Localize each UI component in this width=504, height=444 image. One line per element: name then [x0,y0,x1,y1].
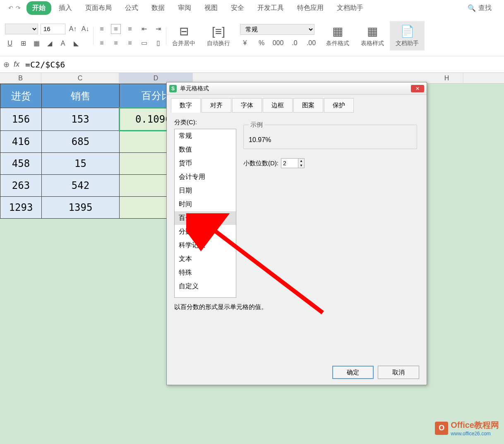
fill-color-icon[interactable]: ◢ [45,39,55,48]
zoom-icon[interactable]: ⊕ [3,60,10,69]
spinner-up-icon[interactable]: ▲ [298,159,304,163]
align-bottom-icon[interactable]: ≡ [125,24,135,34]
dialog-tab-protect[interactable]: 保护 [324,98,354,113]
ribbon-tabs: ↶ ↷ 开始 插入 页面布局 公式 数据 审阅 视图 安全 开发工具 特色应用 … [0,0,504,16]
tab-formula[interactable]: 公式 [119,1,144,15]
undo-icon[interactable]: ↶ [8,5,13,11]
search-icon: 🔍 [468,4,476,12]
doc-assistant-button[interactable]: 📄 文档助手 [390,21,425,51]
watermark: O Office教程网 www.office26.com [435,420,499,437]
category-item[interactable]: 数值 [175,143,236,157]
category-list[interactable]: 常规 数值 货币 会计专用 日期 时间 百分比 分数 科学记数 文本 特殊 自定… [174,129,236,298]
tab-dev[interactable]: 开发工具 [252,1,290,15]
thousands-icon[interactable]: 000 [273,38,283,48]
tab-start[interactable]: 开始 [26,1,51,15]
dialog-tabs: 数字 对齐 字体 边框 图案 保护 [167,95,427,113]
tab-assistant[interactable]: 文档助手 [331,1,369,15]
table-style-icon: ▦ [367,24,378,38]
header-C[interactable]: 销售 [42,84,120,108]
decrease-decimal-icon[interactable]: .0 [290,38,300,48]
col-header-H[interactable]: H [430,73,463,84]
dialog-titlebar: S 单元格格式 ✕ [167,82,427,95]
category-item[interactable]: 科学记数 [175,239,236,252]
cell-icon[interactable]: ▦ [31,39,41,48]
tab-layout[interactable]: 页面布局 [79,1,118,15]
tab-data[interactable]: 数据 [146,1,170,15]
highlight-icon[interactable]: ◣ [71,39,81,48]
align-right-icon[interactable]: ≡ [125,38,135,48]
formula-input[interactable] [24,58,504,71]
decimals-spinner[interactable]: ▲ ▼ [281,158,305,168]
category-item[interactable]: 文本 [175,252,236,266]
table-row: 416 685 [0,131,193,153]
decrease-font-icon[interactable]: A↓ [80,24,90,34]
category-item[interactable]: 会计专用 [175,170,236,184]
search-box[interactable]: 🔍 查找 [468,4,492,12]
tab-view[interactable]: 视图 [199,1,223,15]
tab-review[interactable]: 审阅 [172,1,197,15]
format-description: 以百分数的形式显示单元格的值。 [174,303,267,311]
dialog-tab-border[interactable]: 边框 [263,98,293,113]
header-B[interactable]: 进货 [0,84,42,108]
fx-icon[interactable]: fx [14,60,19,69]
dialog-tab-font[interactable]: 字体 [232,98,262,113]
category-item[interactable]: 特殊 [175,266,236,280]
dialog-logo-icon: S [169,85,177,92]
table-style-button[interactable]: ▦ 表格样式 [355,21,390,51]
category-item[interactable]: 常规 [175,129,236,143]
col-header-B[interactable]: B [0,73,41,83]
ok-button[interactable]: 确定 [332,366,374,379]
font-color-icon[interactable]: A [58,39,68,48]
category-item[interactable]: 自定义 [175,280,236,293]
wrap-icon: [≡] [212,25,225,38]
category-item[interactable]: 分数 [175,225,236,239]
redo-icon[interactable]: ↷ [16,5,21,11]
decimals-row: 小数位数(D): ▲ ▼ [243,158,305,168]
close-button[interactable]: ✕ [411,85,424,92]
cell-format-dialog: S 单元格格式 ✕ 数字 对齐 字体 边框 图案 保护 分类(C): 常规 数值… [166,82,427,385]
category-item[interactable]: 时间 [175,198,236,211]
example-value: 10.97% [249,136,412,144]
toolbar: A↑ A↓ U ⊞ ▦ ◢ A ◣ ≡ ≡ ≡ ⇤ ⇥ ≡ ≡ ≡ ▭ ▯ ⊟ … [0,16,504,56]
align-top-icon[interactable]: ≡ [97,24,107,34]
indent-inc-icon[interactable]: ⇥ [153,24,163,34]
dialog-tab-align[interactable]: 对齐 [202,98,231,113]
font-family-select[interactable] [5,24,38,34]
watermark-sub: www.office26.com [451,431,499,437]
category-item[interactable]: 日期 [175,184,236,198]
dialog-title: 单元格格式 [180,85,209,92]
font-size-select[interactable] [41,24,65,34]
search-label: 查找 [478,4,492,12]
align-center-icon[interactable]: ≡ [111,38,121,48]
watermark-logo-icon: O [435,422,448,435]
cancel-button[interactable]: 取消 [378,366,419,379]
wrap-text-button[interactable]: [≡] 自动换行 [201,22,236,51]
table-row: 263 542 [0,175,193,197]
decimals-input[interactable] [281,159,298,168]
currency-icon[interactable]: ¥ [240,38,250,48]
decimals-label: 小数位数(D): [243,159,278,167]
merge-h-icon[interactable]: ▭ [139,38,149,48]
align-left-icon[interactable]: ≡ [97,38,107,48]
tab-insert[interactable]: 插入 [53,1,78,15]
tab-special[interactable]: 特色应用 [291,1,329,15]
percent-icon[interactable]: % [257,38,266,48]
indent-dec-icon[interactable]: ⇤ [139,24,149,34]
dialog-tab-pattern[interactable]: 图案 [293,98,323,113]
align-middle-icon[interactable]: ≡ [111,24,121,34]
spinner-down-icon[interactable]: ▼ [298,163,304,168]
number-format-select[interactable]: 常规 [240,24,314,35]
underline-icon[interactable]: U [5,39,15,48]
dialog-tab-number[interactable]: 数字 [171,98,201,113]
tab-security[interactable]: 安全 [225,1,250,15]
category-item-selected[interactable]: 百分比 [175,211,236,225]
table-row: 1293 1395 [0,197,193,219]
merge-center-button[interactable]: ⊟ 合并居中 [166,21,201,51]
increase-decimal-icon[interactable]: .00 [306,38,316,48]
category-item[interactable]: 货币 [175,157,236,170]
col-header-C[interactable]: C [41,73,119,83]
conditional-format-button[interactable]: ▦ 条件格式 [320,21,355,51]
border-icon[interactable]: ⊞ [18,39,28,48]
increase-font-icon[interactable]: A↑ [68,24,78,34]
merge-v-icon[interactable]: ▯ [153,38,163,48]
